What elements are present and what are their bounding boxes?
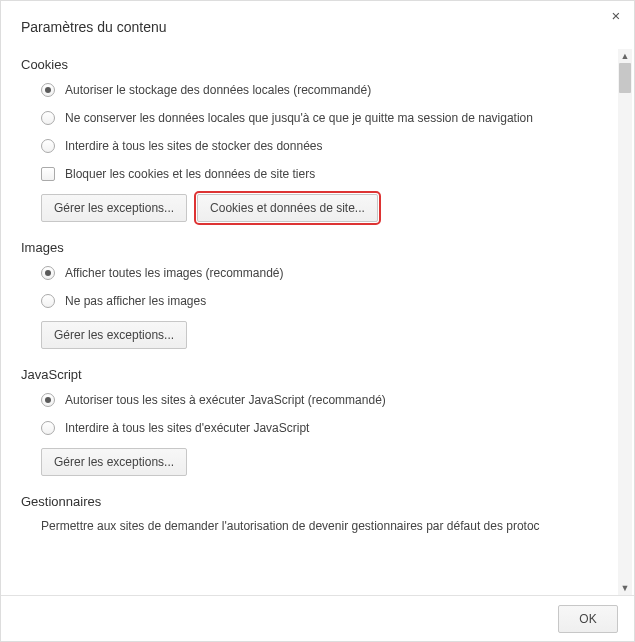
section-images: Images Afficher toutes les images (recom… [21, 240, 614, 349]
section-cookies: Cookies Autoriser le stockage des donnée… [21, 57, 614, 222]
option-label: Ne pas afficher les images [65, 293, 206, 309]
option-label: Afficher toutes les images (recommandé) [65, 265, 284, 281]
option-label: Autoriser le stockage des données locale… [65, 82, 371, 98]
scroll-down-icon[interactable]: ▼ [618, 581, 632, 595]
option-label: Interdire à tous les sites d'exécuter Ja… [65, 420, 309, 436]
radio-icon[interactable] [41, 294, 55, 308]
cookies-exceptions-button[interactable]: Gérer les exceptions... [41, 194, 187, 222]
radio-icon[interactable] [41, 111, 55, 125]
option-label: Autoriser tous les sites à exécuter Java… [65, 392, 386, 408]
scroll-track[interactable] [618, 63, 632, 581]
vertical-scrollbar[interactable]: ▲ ▼ [618, 49, 632, 595]
dialog-title: Paramètres du contenu [21, 19, 614, 35]
option-label: Bloquer les cookies et les données de si… [65, 166, 315, 182]
radio-icon[interactable] [41, 83, 55, 97]
js-option-block[interactable]: Interdire à tous les sites d'exécuter Ja… [41, 420, 614, 436]
scroll-thumb[interactable] [619, 63, 631, 93]
section-title-cookies: Cookies [21, 57, 614, 72]
section-title-javascript: JavaScript [21, 367, 614, 382]
cookies-sitedata-button[interactable]: Cookies et données de site... [197, 194, 378, 222]
scroll-up-icon[interactable]: ▲ [618, 49, 632, 63]
close-icon[interactable]: × [606, 7, 626, 27]
images-option-show[interactable]: Afficher toutes les images (recommandé) [41, 265, 614, 281]
js-exceptions-button[interactable]: Gérer les exceptions... [41, 448, 187, 476]
checkbox-icon[interactable] [41, 167, 55, 181]
option-label: Ne conserver les données locales que jus… [65, 110, 533, 126]
option-label: Interdire à tous les sites de stocker de… [65, 138, 322, 154]
section-javascript: JavaScript Autoriser tous les sites à ex… [21, 367, 614, 476]
content-scroll: Cookies Autoriser le stockage des donnée… [1, 49, 634, 595]
section-handlers: Gestionnaires Permettre aux sites de dem… [21, 494, 614, 533]
images-option-hide[interactable]: Ne pas afficher les images [41, 293, 614, 309]
section-title-handlers: Gestionnaires [21, 494, 614, 509]
cookies-option-block[interactable]: Interdire à tous les sites de stocker de… [41, 138, 614, 154]
images-exceptions-button[interactable]: Gérer les exceptions... [41, 321, 187, 349]
radio-icon[interactable] [41, 421, 55, 435]
radio-icon[interactable] [41, 139, 55, 153]
cookies-option-allow[interactable]: Autoriser le stockage des données locale… [41, 82, 614, 98]
section-title-images: Images [21, 240, 614, 255]
cookies-option-session[interactable]: Ne conserver les données locales que jus… [41, 110, 614, 126]
js-option-allow[interactable]: Autoriser tous les sites à exécuter Java… [41, 392, 614, 408]
cookies-option-thirdparty[interactable]: Bloquer les cookies et les données de si… [41, 166, 614, 182]
dialog-footer: OK [1, 595, 634, 641]
radio-icon[interactable] [41, 266, 55, 280]
radio-icon[interactable] [41, 393, 55, 407]
ok-button[interactable]: OK [558, 605, 618, 633]
handlers-option-truncated: Permettre aux sites de demander l'autori… [21, 519, 614, 533]
